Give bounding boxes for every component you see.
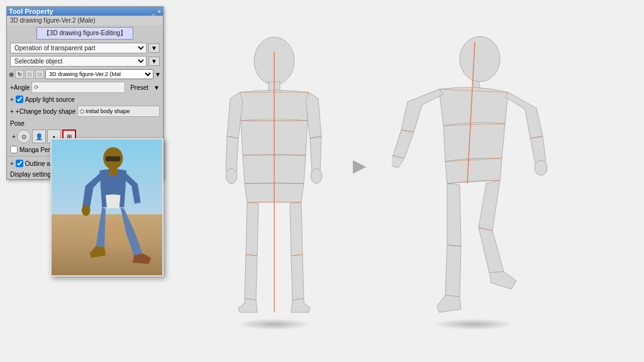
- light-label: Apply light source: [25, 96, 75, 103]
- operation-row: Operation of transparent part ▼: [7, 41, 163, 55]
- rotate-icon[interactable]: ↻: [15, 70, 24, 79]
- expand-icon-3[interactable]: +: [10, 108, 14, 115]
- transparent-dropdown-arrow[interactable]: ▼: [148, 43, 160, 53]
- left-figure-svg: [221, 33, 328, 328]
- svg-rect-26: [106, 156, 120, 162]
- panel-title: Tool Property: [9, 8, 53, 15]
- expand-icon-2[interactable]: +: [10, 96, 14, 103]
- rotate-icon-2: ⟳: [34, 84, 39, 90]
- pose-btn-2[interactable]: 👤: [32, 129, 46, 143]
- panel-subtitle: 3D drawing figure-Ver.2 (Male): [7, 16, 163, 25]
- figures-area: ▶: [221, 33, 549, 330]
- outline-checkbox[interactable]: [16, 160, 23, 167]
- icon3[interactable]: □: [35, 70, 44, 79]
- pose-label-row: Pose: [7, 118, 163, 128]
- panel-titlebar[interactable]: Tool Property _ ×: [7, 7, 163, 16]
- manga-checkbox[interactable]: [10, 146, 18, 153]
- close-btn[interactable]: ×: [157, 8, 161, 15]
- photo-overlay: [50, 138, 164, 277]
- minimize-btn[interactable]: _: [152, 8, 156, 15]
- left-figure-shadow: [236, 319, 312, 330]
- right-figure-svg: [392, 33, 549, 328]
- expand-icon-4[interactable]: +: [12, 133, 16, 140]
- photo-background: [52, 140, 162, 275]
- angle-label: +Angle: [10, 84, 30, 91]
- svg-rect-27: [109, 168, 118, 175]
- light-checkbox[interactable]: [16, 96, 23, 103]
- expand-icon-1[interactable]: ⊕: [9, 71, 14, 78]
- right-figure-shadow: [433, 319, 514, 330]
- svg-point-3: [311, 168, 322, 184]
- preset-label: Preset: [127, 84, 152, 91]
- selectable-row: Selectable object ▼: [7, 55, 163, 68]
- body-shape-display: ⬡ Initial body shape: [77, 106, 160, 117]
- selectable-select[interactable]: Selectable object: [10, 56, 147, 67]
- svg-point-2: [226, 168, 237, 184]
- figure-select[interactable]: 3D drawing figure-Ver.2 (Mal: [45, 69, 153, 79]
- pose-label: Pose: [10, 120, 25, 127]
- icon2[interactable]: □: [25, 70, 34, 79]
- angle-display: ⟳: [31, 82, 125, 93]
- transparent-select[interactable]: Operation of transparent part: [10, 43, 147, 53]
- toolbar-icons-row: ⊕ ↻ □ □ 3D drawing figure-Ver.2 (Mal ▼: [7, 68, 163, 80]
- body-shape-row: + +Change body shape ⬡ Initial body shap…: [7, 104, 163, 118]
- pose-btn-1[interactable]: ⊙: [17, 129, 31, 143]
- light-row: + Apply light source: [7, 94, 163, 104]
- editing-btn[interactable]: 【3D drawing figure-Editing】: [36, 27, 133, 40]
- selectable-dropdown-arrow[interactable]: ▼: [148, 57, 160, 66]
- preset-dropdown[interactable]: ▼: [153, 84, 160, 91]
- svg-point-14: [460, 36, 500, 82]
- body-shape-icon: ⬡: [80, 109, 84, 114]
- svg-point-15: [535, 160, 547, 175]
- person-svg: [52, 140, 162, 275]
- figure-dropdown-arrow[interactable]: ▼: [155, 71, 161, 78]
- svg-point-28: [82, 205, 91, 216]
- angle-row: +Angle ⟳ Preset ▼: [7, 80, 163, 94]
- transition-arrow: ▶: [353, 155, 367, 176]
- left-figure-container: [221, 33, 328, 330]
- change-body-label: +Change body shape: [16, 108, 75, 115]
- right-figure-container: [392, 33, 549, 330]
- initial-body-label: Initial body shape: [86, 108, 130, 114]
- expand-icon-5[interactable]: +: [10, 160, 14, 167]
